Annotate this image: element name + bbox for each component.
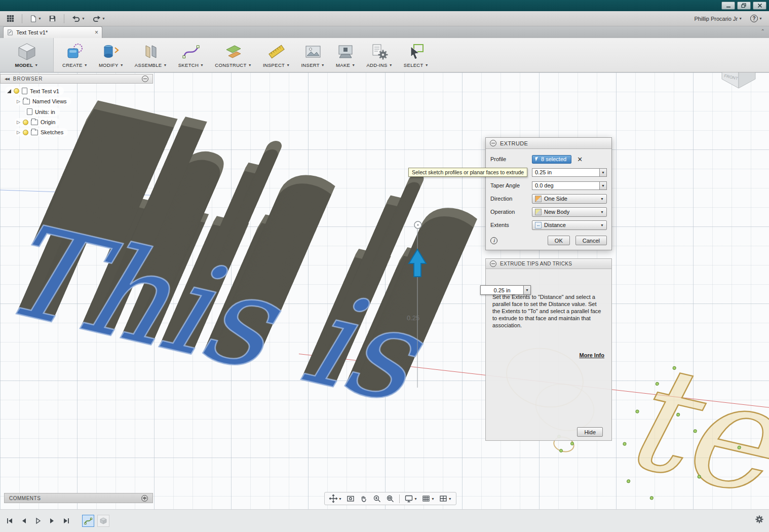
ribbon-item-insert[interactable]: INSERT▼ <box>295 38 330 72</box>
timeline-feature-sketch[interactable] <box>82 515 94 527</box>
field-label: Taper Angle <box>490 182 532 188</box>
ok-button[interactable]: OK <box>548 236 570 245</box>
tree-row-origin[interactable]: ▷ Origin <box>5 118 153 126</box>
user-name: Phillip Procario Jr <box>695 16 738 22</box>
operation-value: New Body <box>544 209 569 215</box>
visibility-bulb-icon[interactable] <box>23 130 28 135</box>
save-button[interactable] <box>47 14 58 23</box>
collapse-tips-icon[interactable] <box>490 260 496 267</box>
tree-label[interactable]: Origin <box>41 119 55 125</box>
timeline-feature-extrude-pending[interactable] <box>97 515 109 527</box>
viewports-icon <box>439 494 448 503</box>
tree-label[interactable]: Units: in <box>35 109 55 115</box>
info-icon[interactable]: i <box>490 237 497 244</box>
close-button[interactable] <box>753 2 766 10</box>
ribbon-item-assemble[interactable]: ASSEMBLE▼ <box>129 38 173 72</box>
expander-icon[interactable]: ▷ <box>17 120 20 125</box>
chevron-down-icon: ▼ <box>321 63 325 67</box>
minimize-browser-icon[interactable] <box>142 75 148 82</box>
app-menu-button[interactable] <box>5 14 16 23</box>
tree-label[interactable]: Text Test v1 <box>30 88 59 94</box>
tree-row-units[interactable]: Units: in <box>5 107 153 116</box>
chevron-down-icon: ▼ <box>163 63 167 67</box>
extrude-arrow-handle[interactable] <box>409 249 426 277</box>
pan-tool[interactable] <box>358 493 369 504</box>
tree-row-named-views[interactable]: ▷ Named Views <box>5 97 153 105</box>
undo-button[interactable]: ▼ <box>70 14 87 23</box>
collapse-dialog-icon[interactable] <box>490 140 496 146</box>
browser-header[interactable]: ◀◀ BROWSER <box>0 74 153 84</box>
sketch-text[interactable]: te <box>616 355 769 517</box>
tree-row-root[interactable]: Text Test v1 <box>5 87 153 95</box>
collapse-ribbon-chevron-icon[interactable]: ⌃ <box>761 28 765 34</box>
restore-button[interactable] <box>737 2 751 10</box>
expander-icon[interactable] <box>7 89 11 93</box>
settings-gear-button[interactable] <box>755 515 764 526</box>
distance-input[interactable]: 0.25 in <box>532 168 600 177</box>
close-tab-icon[interactable]: × <box>95 29 98 36</box>
extents-select[interactable]: ↔ Distance ▼ <box>532 220 607 230</box>
ribbon-item-create[interactable]: CREATE▼ <box>57 38 93 72</box>
look-at-tool[interactable] <box>345 493 356 504</box>
ribbon-item-modify[interactable]: MODIFY▼ <box>93 38 129 72</box>
ribbon-item-make[interactable]: MAKE▼ <box>330 38 361 72</box>
ribbon-item-construct[interactable]: CONSTRUCT▼ <box>209 38 257 72</box>
timeline-go-to-start-button[interactable] <box>4 515 15 526</box>
field-row-profile: Profile 8 selected ✕ <box>490 153 607 166</box>
dialog-header[interactable]: EXTRUDE <box>486 138 611 149</box>
timeline-go-to-end-button[interactable] <box>61 515 72 526</box>
extrude-feature-icon <box>99 517 107 525</box>
timeline-step-forward-button[interactable] <box>47 515 58 526</box>
sketch-point[interactable] <box>559 449 563 452</box>
cancel-button[interactable]: Cancel <box>575 236 607 245</box>
ribbon-item-add-ins[interactable]: ADD-INS▼ <box>361 38 398 72</box>
visibility-bulb-icon[interactable] <box>14 88 19 94</box>
dimension-dropdown-icon[interactable]: ▼ <box>524 285 531 295</box>
ribbon-item-sketch[interactable]: SKETCH▼ <box>173 38 210 72</box>
expand-comments-icon[interactable] <box>141 495 148 502</box>
tips-header[interactable]: EXTRUDE TIPS AND TRICKS <box>486 259 611 269</box>
redo-icon <box>92 15 101 22</box>
workspace-selector[interactable]: MODEL▼ <box>0 38 54 72</box>
grid-and-snaps[interactable]: ▼ <box>420 493 436 504</box>
file-menu-button[interactable]: ▼ <box>28 14 43 24</box>
expander-icon[interactable]: ▷ <box>17 99 20 104</box>
document-tab[interactable]: Text Test v1* × <box>3 26 102 38</box>
apps-grid-icon <box>7 15 14 22</box>
extrude-manipulator[interactable] <box>403 218 438 395</box>
clear-selection-icon[interactable]: ✕ <box>577 156 583 163</box>
comments-bar[interactable]: COMMENTS <box>4 493 153 503</box>
profile-selected-button[interactable]: 8 selected <box>532 155 571 164</box>
fit-tool[interactable] <box>384 493 396 504</box>
ribbon-item-inspect[interactable]: INSPECT▼ <box>257 38 296 72</box>
timeline-step-back-button[interactable] <box>18 515 29 526</box>
help-menu[interactable]: ? ▼ <box>749 14 764 23</box>
hide-button[interactable]: Hide <box>577 427 603 437</box>
collapse-browser-icon[interactable]: ◀◀ <box>5 77 9 81</box>
distance-dropdown-icon[interactable]: ▼ <box>600 168 607 177</box>
visibility-bulb-icon[interactable] <box>23 120 28 125</box>
taper-angle-dropdown-icon[interactable]: ▼ <box>600 181 607 190</box>
sketch-point[interactable] <box>570 442 574 445</box>
viewports[interactable]: ▼ <box>438 493 453 504</box>
dimension-input[interactable]: 0.25 in <box>480 285 524 295</box>
orbit-tool[interactable]: ▼ <box>328 493 343 504</box>
application-window: This is This is te 0.25 ◀◀ <box>0 0 769 532</box>
direction-select[interactable]: One Side ▼ <box>532 194 607 204</box>
user-menu[interactable]: Phillip Procario Jr ▼ <box>693 15 744 23</box>
more-info-link[interactable]: More Info <box>486 352 604 358</box>
display-settings[interactable]: ▼ <box>403 493 418 504</box>
taper-angle-input[interactable]: 0.0 deg <box>532 181 600 190</box>
redo-button[interactable]: ▼ <box>91 14 107 23</box>
timeline-play-button[interactable] <box>32 515 44 526</box>
tree-row-sketches[interactable]: ▷ Sketches <box>5 128 153 136</box>
field-row-direction: Direction One Side ▼ <box>490 192 607 205</box>
tree-label[interactable]: Named Views <box>32 98 67 104</box>
expander-icon[interactable]: ▷ <box>17 130 20 135</box>
operation-select[interactable]: New Body ▼ <box>532 207 607 217</box>
zoom-tool[interactable] <box>371 493 382 504</box>
ribbon-item-select[interactable]: SELECT▼ <box>398 38 434 72</box>
close-icon <box>757 3 762 8</box>
minimize-button[interactable] <box>721 2 735 10</box>
tree-label[interactable]: Sketches <box>41 129 63 135</box>
